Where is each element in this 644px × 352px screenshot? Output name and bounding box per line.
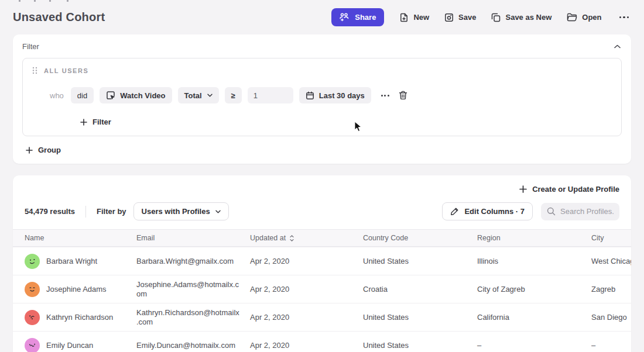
add-filter-label: Filter	[93, 118, 111, 126]
new-label: New	[413, 13, 429, 22]
aggregation-label: Total	[184, 91, 202, 100]
profile-updated-at: Apr 2, 2020	[250, 257, 363, 265]
column-header-city[interactable]: City	[591, 234, 631, 242]
clipped-content-tick	[49, 0, 51, 2]
share-label: Share	[355, 13, 376, 22]
profile-email: Emily.Duncan@hotmailx.com	[136, 341, 250, 350]
profile-email: Barbara.Wright@gmailx.com	[136, 257, 250, 266]
more-options-button[interactable]	[617, 14, 632, 21]
profile-name: Emily Duncan	[46, 341, 93, 350]
add-group-button[interactable]: Group	[26, 146, 61, 154]
add-filter-button[interactable]: Filter	[80, 118, 111, 126]
folder-icon	[567, 13, 577, 22]
table-row[interactable]: Emily Duncan Emily.Duncan@hotmailx.com A…	[13, 331, 631, 352]
aggregation-selector[interactable]: Total	[178, 87, 219, 103]
profile-region: –	[477, 341, 591, 350]
avatar	[25, 310, 40, 325]
page-title: Unsaved Cohort	[13, 11, 105, 24]
table-row[interactable]: Kathryn Richardson Kathryn.Richardson@ho…	[13, 303, 631, 331]
share-button[interactable]: Share	[331, 8, 384, 26]
profile-name: Barbara Wright	[46, 257, 97, 265]
plus-icon	[519, 185, 527, 193]
group-label: ALL USERS	[44, 67, 89, 74]
delete-condition-button[interactable]	[397, 89, 409, 102]
condition-more-button[interactable]	[379, 93, 391, 98]
profile-city: Zagreb	[591, 285, 631, 294]
search-profiles-box[interactable]	[541, 203, 619, 220]
operator-selector[interactable]: ≥	[225, 87, 242, 103]
table-header: Name Email Updated at Country Code Regio…	[13, 229, 631, 247]
filter-by-label: Filter by	[97, 207, 126, 216]
create-or-update-profile-button[interactable]: Create or Update Profile	[519, 185, 619, 194]
avatar	[25, 254, 40, 269]
clipped-content-tick	[67, 0, 68, 2]
event-selector[interactable]: Watch Video	[100, 87, 172, 103]
save-button[interactable]: Save	[444, 13, 476, 22]
table-row[interactable]: Josephine Adams Josephine.Adams@hotmailx…	[13, 275, 631, 303]
profile-city: San Diego	[591, 313, 631, 322]
edit-columns-button[interactable]: Edit Columns · 7	[442, 202, 533, 220]
date-range-selector[interactable]: Last 30 days	[299, 87, 371, 103]
filter-condition-row: who did Watch Video Total ≥	[50, 87, 613, 103]
column-header-name[interactable]: Name	[25, 234, 136, 242]
who-label: who	[50, 91, 64, 100]
avatar	[25, 338, 40, 352]
results-count: 54,479 results	[25, 207, 75, 216]
profile-city: –	[591, 341, 631, 350]
chevron-down-icon	[215, 210, 221, 213]
profile-updated-at: Apr 2, 2020	[250, 341, 363, 350]
results-toolbar: 54,479 results Filter by Users with Prof…	[13, 194, 631, 229]
filter-panel: Filter ALL USERS who did	[13, 34, 631, 164]
chevron-down-icon	[207, 94, 213, 97]
file-plus-icon	[399, 13, 409, 22]
open-button[interactable]: Open	[567, 13, 601, 22]
profile-email: Josephine.Adams@hotmailx.com	[136, 280, 250, 299]
sort-icon[interactable]	[290, 235, 294, 241]
profile-country: United States	[363, 257, 477, 265]
search-profiles-input[interactable]	[560, 207, 614, 216]
profile-email: Kathryn.Richardson@hotmailx.com	[136, 308, 250, 327]
clipped-content-tick	[19, 0, 20, 2]
trash-icon	[399, 91, 407, 100]
header-actions: Share New Save	[331, 8, 631, 26]
collapse-filter-button[interactable]	[613, 43, 622, 50]
results-panel: Create or Update Profile 54,479 results …	[13, 175, 631, 352]
open-label: Open	[582, 13, 601, 22]
chevron-up-icon	[614, 44, 621, 49]
profile-country: Croatia	[363, 285, 477, 294]
profile-updated-at: Apr 2, 2020	[250, 285, 363, 294]
updated-at-label: Updated at	[250, 234, 286, 242]
date-range-label: Last 30 days	[319, 91, 365, 100]
profile-country: United States	[363, 341, 477, 350]
column-header-country-code[interactable]: Country Code	[363, 234, 477, 242]
header: Unsaved Cohort Share New	[0, 0, 644, 30]
profile-city: West Chicago	[591, 257, 631, 265]
save-icon	[444, 13, 454, 22]
copy-icon	[491, 13, 501, 22]
search-icon	[547, 207, 556, 216]
more-horizontal-icon	[381, 95, 389, 96]
profile-country: United States	[363, 313, 477, 322]
did-selector[interactable]: did	[71, 87, 94, 103]
edit-columns-label: Edit Columns · 7	[464, 207, 525, 216]
table-row[interactable]: Barbara Wright Barbara.Wright@gmailx.com…	[13, 247, 631, 275]
filter-group: ALL USERS who did Watch Video Total	[22, 58, 622, 136]
plus-icon	[80, 119, 87, 126]
profile-updated-at: Apr 2, 2020	[250, 313, 363, 322]
profile-filter-dropdown[interactable]: Users with Profiles	[133, 202, 229, 220]
event-click-icon	[106, 91, 115, 100]
profile-region: California	[477, 313, 591, 322]
add-group-label: Group	[38, 146, 61, 154]
column-header-region[interactable]: Region	[477, 234, 591, 242]
plus-icon	[26, 147, 33, 154]
profile-filter-label: Users with Profiles	[142, 207, 210, 216]
drag-handle-icon[interactable]	[32, 67, 37, 74]
save-as-new-button[interactable]: Save as New	[491, 13, 551, 22]
column-header-updated-at[interactable]: Updated at	[250, 234, 363, 242]
threshold-input[interactable]	[248, 87, 293, 103]
event-label: Watch Video	[120, 91, 165, 100]
filter-panel-title: Filter	[22, 42, 39, 51]
column-header-email[interactable]: Email	[136, 233, 250, 243]
new-button[interactable]: New	[399, 13, 429, 22]
clipped-content-tick	[34, 0, 36, 2]
